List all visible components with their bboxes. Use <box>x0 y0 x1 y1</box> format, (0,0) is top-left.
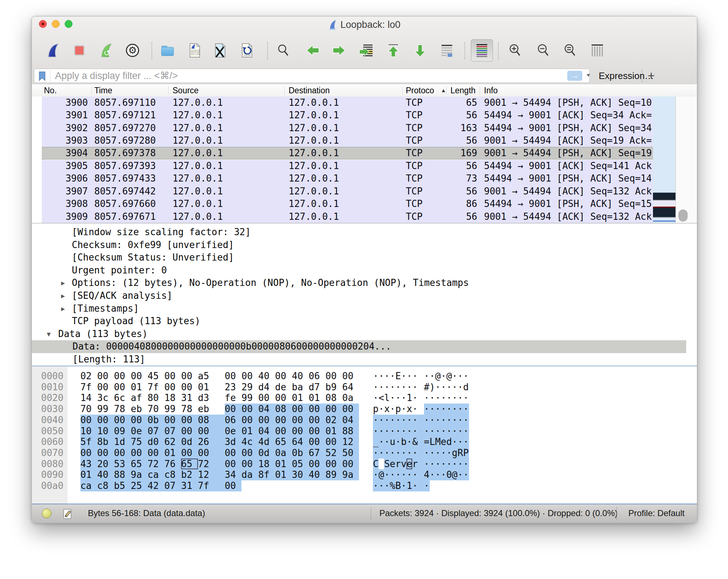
status-profile[interactable]: Profile: Default <box>628 504 684 522</box>
ascii-char[interactable]: @ <box>435 371 441 382</box>
ascii-char[interactable]: e <box>407 459 412 470</box>
hex-byte[interactable]: 01 <box>292 392 309 404</box>
hex-byte[interactable]: 07 <box>164 426 181 437</box>
ascii-char[interactable]: · <box>395 415 401 426</box>
ascii-char[interactable]: · <box>452 392 458 404</box>
scrollbar-minimap[interactable] <box>653 96 675 223</box>
ascii-char[interactable]: · <box>395 392 401 404</box>
hex-byte[interactable]: 99 <box>164 404 181 415</box>
ascii-char[interactable]: · <box>412 447 424 459</box>
ascii-char[interactable]: · <box>373 480 379 491</box>
ascii-char[interactable]: · <box>379 415 384 426</box>
detail-line[interactable]: [Length: 113] <box>32 353 697 366</box>
detail-line[interactable]: ▶Options: (12 bytes), No-Operation (NOP)… <box>32 277 697 290</box>
zoom-in-button[interactable] <box>505 40 525 61</box>
close-file-button[interactable] <box>210 40 230 61</box>
ascii-char[interactable]: · <box>458 371 463 382</box>
hex-byte[interactable]: 0a <box>275 447 292 459</box>
hex-byte[interactable]: b5 <box>114 480 131 491</box>
hex-byte[interactable]: 00 <box>241 447 258 459</box>
ascii-char[interactable]: P <box>463 447 469 459</box>
hex-byte[interactable]: 04 <box>258 404 275 415</box>
hex-byte[interactable]: d4 <box>258 382 275 393</box>
ascii-char[interactable]: p <box>395 404 401 415</box>
hex-byte[interactable]: 00 <box>292 426 309 437</box>
ascii-char[interactable]: · <box>401 371 407 382</box>
hex-byte[interactable]: 12 <box>198 469 225 480</box>
ascii-char[interactable]: · <box>458 382 463 393</box>
ascii-char[interactable]: · <box>395 436 401 447</box>
hex-byte[interactable]: 7f <box>198 480 225 491</box>
hex-byte[interactable]: 88 <box>114 469 131 480</box>
filter-history-caret[interactable]: ▼ <box>586 72 591 78</box>
hex-byte[interactable]: 00 <box>131 415 148 426</box>
column-destination[interactable]: Destination <box>289 84 330 96</box>
detail-line[interactable]: Data: 0000040800000000000000000b00000806… <box>32 340 686 353</box>
hex-byte[interactable]: 62 <box>164 436 181 447</box>
hex-byte[interactable]: 00 <box>97 447 114 459</box>
hex-byte[interactable]: 76 <box>164 459 181 470</box>
ascii-char[interactable]: · <box>441 404 447 415</box>
hex-byte[interactable]: 99 <box>241 392 258 404</box>
hex-byte[interactable]: 00 <box>325 404 342 415</box>
ascii-char[interactable]: · <box>379 404 384 415</box>
hex-byte[interactable]: 25 <box>131 480 148 491</box>
ascii-char[interactable]: · <box>458 436 463 447</box>
hex-byte[interactable]: 08 <box>275 404 292 415</box>
packet-row[interactable]: 39038057.697280127.0.0.1127.0.0.1TCP5690… <box>42 134 653 147</box>
hex-byte[interactable]: 00 <box>325 436 342 447</box>
add-filter-button[interactable]: + <box>648 69 655 82</box>
hex-byte[interactable]: 3c <box>97 392 114 404</box>
fullscreen-button[interactable] <box>65 20 73 28</box>
capture-comment-icon[interactable] <box>63 508 73 521</box>
hex-byte[interactable]: 18 <box>258 459 275 470</box>
hex-byte[interactable]: 00 <box>114 415 131 426</box>
hex-byte[interactable]: 00 <box>198 426 225 437</box>
hex-byte[interactable]: 01 <box>131 382 148 393</box>
ascii-char[interactable]: · <box>379 371 384 382</box>
ascii-char[interactable]: · <box>379 382 384 393</box>
packet-row[interactable]: 39088057.697660127.0.0.1127.0.0.1TCP8654… <box>42 198 653 210</box>
ascii-char[interactable]: · <box>424 415 430 426</box>
hex-byte[interactable]: 00 <box>309 426 325 437</box>
ascii-char[interactable]: · <box>412 480 424 491</box>
hex-byte[interactable]: 00 <box>97 371 114 382</box>
ascii-char[interactable]: · <box>407 415 412 426</box>
ascii-char[interactable]: · <box>452 436 458 447</box>
ascii-char[interactable]: e <box>441 436 447 447</box>
zoom-out-button[interactable] <box>533 40 553 61</box>
hex-byte[interactable]: 64 <box>342 382 359 393</box>
ascii-char[interactable]: · <box>379 426 384 437</box>
ascii-char[interactable]: · <box>424 480 430 491</box>
ascii-char[interactable]: · <box>384 436 390 447</box>
ascii-char[interactable]: · <box>458 469 463 480</box>
ascii-char[interactable]: · <box>390 415 395 426</box>
ascii-char[interactable]: d <box>446 436 452 447</box>
ascii-char[interactable]: u <box>390 436 395 447</box>
hex-byte[interactable]: 23 <box>225 382 241 393</box>
hex-byte[interactable]: 00 <box>258 415 275 426</box>
hex-byte[interactable]: 02 <box>80 371 97 382</box>
hex-dump-pane[interactable]: 000002000000450000a50000400040060000····… <box>32 366 697 504</box>
ascii-char[interactable]: < <box>379 392 384 404</box>
resize-columns-button[interactable] <box>587 40 607 61</box>
hex-row[interactable]: 00501010090e070700000e01040000000188····… <box>32 426 697 437</box>
ascii-char[interactable]: B <box>395 480 401 491</box>
ascii-char[interactable]: · <box>463 469 469 480</box>
hex-byte[interactable]: 01 <box>241 426 258 437</box>
ascii-char[interactable]: 1 <box>407 480 412 491</box>
ascii-char[interactable]: · <box>412 415 424 426</box>
ascii-char[interactable]: · <box>435 459 441 470</box>
hex-byte[interactable]: 64 <box>292 436 309 447</box>
ascii-char[interactable]: · <box>446 404 452 415</box>
ascii-char[interactable]: · <box>401 415 407 426</box>
hex-byte[interactable]: 00 <box>325 459 342 470</box>
ascii-char[interactable]: · <box>424 459 430 470</box>
ascii-char[interactable]: · <box>373 447 379 459</box>
hex-byte[interactable]: 00 <box>80 447 97 459</box>
hex-byte[interactable]: 07 <box>148 426 164 437</box>
ascii-char[interactable]: @ <box>452 469 458 480</box>
ascii-char[interactable]: · <box>446 459 452 470</box>
start-capture-button[interactable] <box>43 40 63 61</box>
packet-row[interactable]: 39058057.697393127.0.0.1127.0.0.1TCP5654… <box>42 160 653 172</box>
